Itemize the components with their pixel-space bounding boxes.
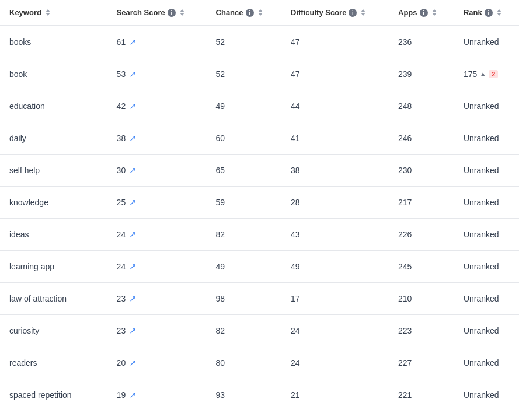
cell-apps: 236 [389, 26, 454, 58]
info-icon-rank[interactable]: i [485, 9, 493, 17]
col-header-rank[interactable]: Rank i [454, 0, 519, 26]
cell-apps: 248 [389, 90, 454, 123]
cell-search-score: 19 ↗ [107, 379, 207, 411]
cell-apps: 217 [389, 187, 454, 219]
cell-rank: Unranked [454, 187, 519, 219]
col-label-chance: Chance [216, 8, 243, 17]
col-header-difficulty-score[interactable]: Difficulty Score i [281, 0, 389, 26]
cell-apps: 210 [389, 283, 454, 315]
col-header-keyword[interactable]: Keyword [0, 0, 107, 26]
cell-rank: 175 ▲ 2 [454, 58, 519, 90]
info-icon-chance[interactable]: i [246, 9, 254, 17]
cell-apps: 226 [389, 219, 454, 251]
cell-chance: 52 [207, 26, 281, 58]
cell-search-score: 42 ↗ [107, 90, 207, 123]
table-row: law of attraction23 ↗9817210Unranked [0, 283, 519, 315]
cell-search-score: 23 ↗ [107, 315, 207, 347]
cell-apps: 227 [389, 347, 454, 379]
cell-rank: Unranked [454, 347, 519, 379]
col-header-apps[interactable]: Apps i [389, 0, 454, 26]
table-row: daily38 ↗6041246Unranked [0, 123, 519, 155]
cell-keyword: book [0, 58, 107, 90]
table-header-row: Keyword Search Score i [0, 0, 519, 26]
cell-keyword: ideas [0, 219, 107, 251]
keyword-table: Keyword Search Score i [0, 0, 519, 411]
cell-keyword: daily [0, 123, 107, 155]
col-header-search-score[interactable]: Search Score i [107, 0, 207, 26]
table-row: knowledge25 ↗5928217Unranked [0, 187, 519, 219]
cell-rank: Unranked [454, 251, 519, 283]
table-row: curiosity23 ↗8224223Unranked [0, 315, 519, 347]
cell-apps: 223 [389, 315, 454, 347]
cell-search-score: 24 ↗ [107, 251, 207, 283]
sort-icon-apps[interactable] [432, 9, 437, 16]
table-row: self help30 ↗6538230Unranked [0, 155, 519, 187]
cell-keyword: spaced repetition [0, 379, 107, 411]
trend-icon[interactable]: ↗ [129, 197, 137, 208]
cell-difficulty-score: 49 [281, 251, 389, 283]
cell-keyword: self help [0, 155, 107, 187]
cell-chance: 49 [207, 251, 281, 283]
cell-difficulty-score: 28 [281, 187, 389, 219]
trend-icon[interactable]: ↗ [129, 293, 137, 304]
trend-icon[interactable]: ↗ [129, 390, 137, 400]
cell-chance: 80 [207, 347, 281, 379]
sort-icon-difficulty-score[interactable] [361, 9, 365, 16]
trend-icon[interactable]: ↗ [129, 229, 137, 240]
info-icon-search-score[interactable]: i [168, 9, 176, 17]
cell-search-score: 53 ↗ [107, 58, 207, 90]
trend-icon[interactable]: ↗ [129, 133, 137, 144]
cell-apps: 246 [389, 123, 454, 155]
cell-chance: 65 [207, 155, 281, 187]
cell-keyword: books [0, 26, 107, 58]
col-label-difficulty-score: Difficulty Score [291, 8, 346, 17]
cell-keyword: education [0, 90, 107, 123]
cell-rank: Unranked [454, 26, 519, 58]
cell-search-score: 20 ↗ [107, 347, 207, 379]
cell-chance: 59 [207, 187, 281, 219]
trend-icon[interactable]: ↗ [129, 165, 137, 176]
cell-difficulty-score: 21 [281, 379, 389, 411]
cell-keyword: knowledge [0, 187, 107, 219]
trend-icon[interactable]: ↗ [129, 69, 137, 79]
sort-icon-chance[interactable] [258, 9, 263, 16]
cell-chance: 82 [207, 315, 281, 347]
cell-rank: Unranked [454, 123, 519, 155]
sort-icon-keyword[interactable] [46, 9, 50, 16]
cell-chance: 82 [207, 219, 281, 251]
cell-keyword: learning app [0, 251, 107, 283]
cell-rank: Unranked [454, 90, 519, 123]
col-label-keyword: Keyword [9, 8, 41, 17]
cell-search-score: 61 ↗ [107, 26, 207, 58]
cell-difficulty-score: 38 [281, 155, 389, 187]
cell-rank: Unranked [454, 219, 519, 251]
trend-icon[interactable]: ↗ [129, 326, 137, 336]
col-header-chance[interactable]: Chance i [207, 0, 281, 26]
trend-icon[interactable]: ↗ [129, 261, 137, 272]
cell-search-score: 38 ↗ [107, 123, 207, 155]
table-row: books61 ↗5247236Unranked [0, 26, 519, 58]
col-label-search-score: Search Score [117, 8, 165, 17]
cell-chance: 93 [207, 379, 281, 411]
trend-icon[interactable]: ↗ [129, 101, 137, 111]
cell-difficulty-score: 17 [281, 283, 389, 315]
rank-value: 175 ▲ 2 [464, 69, 510, 79]
cell-search-score: 25 ↗ [107, 187, 207, 219]
cell-chance: 98 [207, 283, 281, 315]
info-icon-difficulty-score[interactable]: i [349, 9, 357, 17]
cell-difficulty-score: 47 [281, 26, 389, 58]
cell-apps: 239 [389, 58, 454, 90]
col-label-rank: Rank [464, 8, 482, 17]
cell-rank: Unranked [454, 155, 519, 187]
sort-icon-rank[interactable] [497, 9, 501, 16]
sort-icon-search-score[interactable] [180, 9, 184, 16]
cell-keyword: curiosity [0, 315, 107, 347]
cell-apps: 221 [389, 379, 454, 411]
cell-search-score: 24 ↗ [107, 219, 207, 251]
table-row: ideas24 ↗8243226Unranked [0, 219, 519, 251]
table-row: spaced repetition19 ↗9321221Unranked [0, 379, 519, 411]
info-icon-apps[interactable]: i [420, 9, 428, 17]
cell-apps: 230 [389, 155, 454, 187]
trend-icon[interactable]: ↗ [129, 358, 137, 368]
trend-icon[interactable]: ↗ [129, 37, 137, 47]
